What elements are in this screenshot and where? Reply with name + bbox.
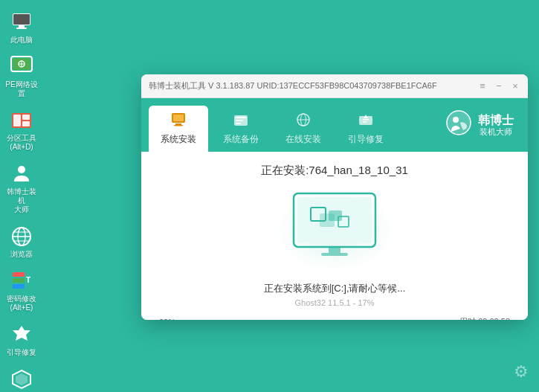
sidebar-item-hanbo[interactable]: 韩博士装机大师	[1, 159, 42, 217]
svg-rect-12	[22, 121, 30, 126]
svg-rect-11	[22, 115, 30, 120]
boot-repair-tab-icon	[358, 112, 374, 132]
monitor-svg	[283, 190, 387, 268]
partition-icon	[10, 109, 33, 132]
brand-logo-icon	[445, 109, 472, 141]
brand-name: 韩博士	[478, 113, 514, 127]
progress-bar-fill	[189, 320, 242, 321]
progress-percent: 20%	[159, 318, 183, 321]
hanbo-icon	[10, 162, 33, 186]
system-install-tab-icon	[170, 112, 187, 132]
pe-network-label: PE网络设置	[4, 80, 39, 98]
installing-title: 正在安装:764_han_18_10_31	[261, 164, 408, 178]
svg-rect-39	[363, 121, 367, 123]
svg-rect-49	[321, 253, 348, 256]
tab-boot-repair-label: 引导修复	[348, 133, 384, 146]
menu-button[interactable]: ≡	[477, 81, 488, 91]
tab-system-install[interactable]: 系统安装	[149, 106, 208, 152]
tab-boot-repair[interactable]: 引导修复	[336, 106, 396, 152]
sidebar-item-browser[interactable]: 浏览器	[1, 222, 42, 262]
svg-rect-1	[13, 14, 30, 25]
svg-text:T: T	[26, 276, 30, 284]
svg-marker-24	[16, 373, 28, 385]
sidebar-item-anydesk[interactable]: 远程工具AnyDesk	[1, 364, 42, 392]
brand-subtitle: 装机大师	[478, 127, 514, 137]
sidebar-item-partition[interactable]: 分区工具(Alt+D)	[1, 106, 42, 155]
tab-system-backup-label: 系统备份	[223, 133, 259, 146]
svg-rect-10	[13, 115, 21, 126]
gear-icon[interactable]: ⚙	[514, 362, 529, 382]
svg-point-13	[18, 166, 25, 173]
brand-right: 韩博士 装机大师	[431, 98, 528, 152]
pe-network-icon	[10, 55, 33, 79]
app-content: 正在安装:764_han_18_10_31 正在安装系统到[C:],请耐心等候.…	[141, 152, 528, 320]
anydesk-icon	[10, 367, 33, 391]
sidebar-item-registry[interactable]: T 密码修改(Alt+E)	[1, 266, 42, 315]
progress-time: 用时:00:00:58	[458, 316, 510, 320]
svg-rect-38	[363, 119, 369, 121]
partition-label: 分区工具(Alt+D)	[7, 134, 36, 152]
svg-rect-46	[329, 211, 342, 221]
svg-rect-2	[19, 25, 25, 28]
hanbo-label: 韩博士装机大师	[4, 187, 39, 214]
app-window: 韩博士装机工具 V 3.1.183.87 URID:137ECCF53FB98C…	[141, 74, 528, 320]
registry-label: 密码修改(Alt+E)	[7, 295, 36, 312]
minimize-button[interactable]: −	[494, 81, 504, 91]
computer-icon	[10, 10, 33, 34]
svg-point-40	[447, 111, 471, 135]
computer-label: 此电脑	[10, 36, 33, 45]
sidebar-item-pe-network[interactable]: PE网络设置	[1, 52, 42, 101]
svg-rect-27	[175, 123, 181, 125]
window-controls: ≡ − ×	[477, 81, 520, 91]
tab-online-install[interactable]: 在线安装	[274, 106, 333, 152]
registry-icon: T	[10, 269, 33, 293]
progress-area: 20% 用时:00:00:58	[156, 316, 513, 320]
app-header: 系统安装 系统备份	[141, 98, 528, 152]
desktop-sidebar: 此电脑 PE网络设置 分区工具(Alt+D)	[0, 0, 43, 392]
svg-rect-30	[236, 117, 246, 118]
tab-system-backup[interactable]: 系统备份	[211, 106, 271, 152]
svg-rect-3	[16, 28, 27, 29]
status-text: 正在安装系统到[C:],请耐心等候...	[264, 282, 406, 295]
progress-bar-background	[189, 320, 452, 321]
nav-tabs: 系统安装 系统备份	[141, 98, 431, 152]
tab-system-install-label: 系统安装	[161, 133, 196, 146]
system-backup-tab-icon	[233, 112, 249, 132]
svg-rect-32	[236, 123, 241, 124]
close-button[interactable]: ×	[510, 81, 520, 91]
browser-label: 浏览器	[10, 250, 33, 259]
svg-rect-48	[329, 247, 340, 253]
sidebar-item-computer[interactable]: 此电脑	[1, 7, 42, 48]
brand-text: 韩博士 装机大师	[478, 113, 514, 137]
svg-rect-19	[13, 272, 25, 277]
sidebar-item-boot-repair[interactable]: 引导修复	[1, 320, 42, 360]
svg-rect-20	[13, 278, 25, 283]
svg-rect-26	[173, 115, 184, 121]
boot-repair-icon	[10, 323, 33, 347]
title-bar: 韩博士装机工具 V 3.1.183.87 URID:137ECCF53FB98C…	[141, 74, 528, 98]
svg-rect-28	[174, 125, 183, 126]
svg-rect-31	[236, 120, 243, 121]
browser-icon	[10, 225, 33, 248]
online-install-tab-icon	[295, 112, 312, 132]
boot-repair-label: 引导修复	[7, 348, 36, 357]
window-title: 韩博士装机工具 V 3.1.183.87 URID:137ECCF53FB98C…	[149, 80, 477, 91]
monitor-illustration	[275, 190, 394, 271]
svg-point-41	[453, 117, 459, 123]
tab-online-install-label: 在线安装	[285, 133, 321, 146]
ghost-text: Ghost32 11.5.1 - 17%	[294, 298, 374, 307]
svg-rect-21	[13, 284, 25, 289]
